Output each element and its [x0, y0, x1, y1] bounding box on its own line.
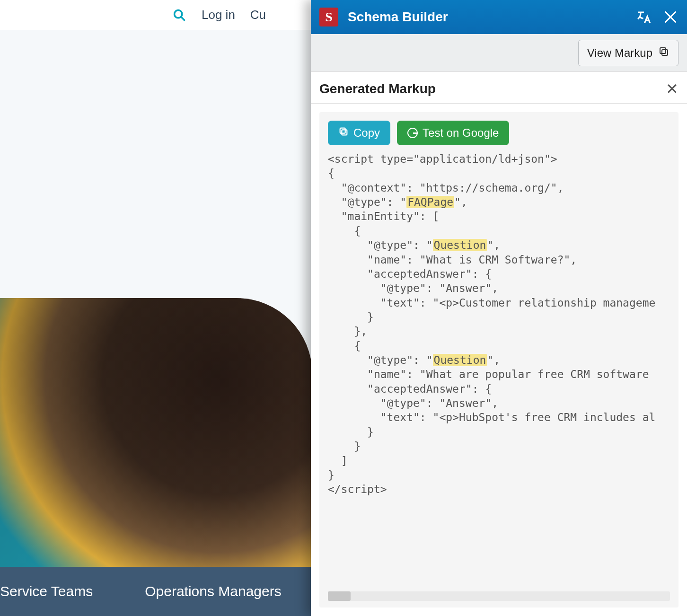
copy-icon [338, 126, 349, 140]
svg-rect-6 [342, 130, 347, 135]
footer-link-service-teams[interactable]: Service Teams [0, 583, 93, 599]
app-logo: S [319, 8, 338, 26]
test-on-google-button[interactable]: Test on Google [397, 121, 509, 145]
nav-link-cu[interactable]: Cu [250, 8, 266, 22]
copy-icon [658, 46, 669, 60]
schema-builder-panel: S Schema Builder View Markup Generated M… [311, 0, 687, 616]
view-markup-button[interactable]: View Markup [578, 40, 678, 66]
panel-toolbar: View Markup [311, 34, 687, 72]
close-section-icon[interactable]: ✕ [666, 81, 678, 97]
translate-icon[interactable] [636, 9, 652, 25]
copy-button[interactable]: Copy [328, 121, 390, 145]
footer-link-ops-managers[interactable]: Operations Managers [145, 583, 282, 599]
search-icon[interactable] [170, 6, 188, 24]
svg-rect-4 [662, 50, 668, 55]
copy-label: Copy [353, 126, 380, 140]
panel-titlebar: S Schema Builder [311, 0, 687, 34]
svg-line-1 [181, 17, 185, 20]
panel-actions: Copy Test on Google [328, 121, 670, 145]
svg-point-0 [175, 10, 182, 18]
svg-rect-5 [660, 48, 666, 53]
app-title: Schema Builder [348, 9, 636, 25]
panel-content: Copy Test on Google <script type="applic… [319, 112, 678, 607]
login-link[interactable]: Log in [202, 8, 235, 22]
google-icon [407, 128, 418, 138]
scrollbar-thumb[interactable] [328, 591, 351, 601]
section-title: Generated Markup [319, 81, 436, 97]
section-header: Generated Markup ✕ [311, 72, 687, 104]
svg-rect-7 [340, 128, 345, 133]
generated-markup-code[interactable]: <script type="application/ld+json"> { "@… [328, 152, 670, 589]
close-panel-icon[interactable] [662, 9, 678, 25]
horizontal-scrollbar[interactable] [328, 591, 670, 601]
test-google-label: Test on Google [423, 126, 499, 140]
view-markup-label: View Markup [587, 46, 652, 60]
hero-image [0, 298, 312, 568]
